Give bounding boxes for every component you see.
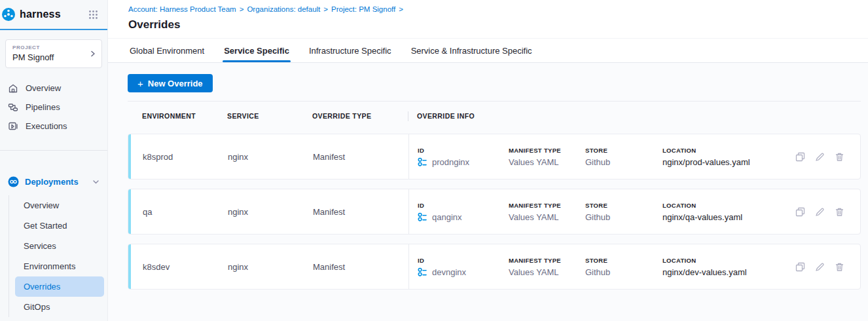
clone-icon[interactable] xyxy=(795,262,805,272)
location-label: LOCATION xyxy=(662,257,790,264)
sidebar: harness PROJECT PM Signoff Overview xyxy=(0,0,108,321)
id-icon xyxy=(418,267,427,277)
project-selector[interactable]: PROJECT PM Signoff xyxy=(5,39,102,68)
project-label: PROJECT xyxy=(12,45,87,50)
store-label: STORE xyxy=(585,257,662,264)
edit-icon[interactable] xyxy=(815,262,825,272)
submenu-item-label: Services xyxy=(24,241,56,251)
column-header-environment: ENVIRONMENT xyxy=(142,112,227,120)
sidebar-item-deployments-overview[interactable]: Overview xyxy=(9,195,107,216)
page-title: Overrides xyxy=(128,18,868,31)
id-icon xyxy=(418,157,427,167)
override-info: ID devnginx MANIFEST TYPE Values YAML xyxy=(408,244,860,289)
manifest-type-label: MANIFEST TYPE xyxy=(509,147,585,154)
info-manifest-type: MANIFEST TYPE Values YAML xyxy=(509,202,585,222)
location-value: nginx/qa-values.yaml xyxy=(662,212,790,222)
sidebar-item-overview[interactable]: Overview xyxy=(0,79,107,98)
row-environment: k8sdev xyxy=(143,262,228,272)
sidebar-module-deployments[interactable]: Deployments xyxy=(0,170,107,193)
info-id: ID devnginx xyxy=(418,257,509,277)
tab-service-specific[interactable]: Service Specific xyxy=(224,39,289,62)
breadcrumb-separator: > xyxy=(399,5,403,13)
sidebar-item-environments[interactable]: Environments xyxy=(9,256,107,276)
info-store: STORE Github xyxy=(585,147,662,167)
row-accent-bar xyxy=(128,189,131,234)
clone-icon[interactable] xyxy=(795,207,805,217)
tab-service-and-infrastructure-specific[interactable]: Service & Infrastructure Specific xyxy=(411,39,532,62)
breadcrumb-org[interactable]: Organizations: default xyxy=(247,5,320,13)
sidebar-item-get-started[interactable]: Get Started xyxy=(9,216,107,236)
breadcrumb: Account: Harness Product Team > Organiza… xyxy=(128,5,868,13)
clone-icon[interactable] xyxy=(795,152,805,162)
override-row-k8sdev[interactable]: k8sdev nginx Manifest ID devnginx xyxy=(128,244,861,290)
submenu-item-label: GitOps xyxy=(24,302,50,312)
row-actions xyxy=(795,207,844,217)
page-header: Account: Harness Product Team > Organiza… xyxy=(108,0,868,38)
info-location: LOCATION nginx/dev-values.yaml xyxy=(662,257,790,277)
location-label: LOCATION xyxy=(662,147,790,154)
content-divider xyxy=(128,101,861,102)
delete-icon[interactable] xyxy=(835,262,844,272)
tab-global-environment[interactable]: Global Environment xyxy=(130,39,204,62)
pipelines-icon xyxy=(8,102,18,113)
chevron-right-icon xyxy=(90,50,96,57)
sidebar-item-gitops[interactable]: GitOps xyxy=(9,297,107,317)
id-value: devnginx xyxy=(432,267,466,277)
sidebar-item-overrides[interactable]: Overrides xyxy=(15,276,104,297)
edit-icon[interactable] xyxy=(815,207,825,217)
harness-logo-text: harness xyxy=(20,9,61,20)
row-override-type: Manifest xyxy=(313,152,408,162)
row-actions xyxy=(795,262,844,272)
sidebar-item-pipelines[interactable]: Pipelines xyxy=(0,98,107,117)
submenu-item-label: Overview xyxy=(24,200,59,210)
logo-row: harness xyxy=(0,0,107,30)
store-value: Github xyxy=(585,157,662,167)
sidebar-item-label: Executions xyxy=(26,121,67,131)
id-icon xyxy=(418,212,427,222)
chevron-down-icon xyxy=(92,178,99,185)
submenu-item-label: Overrides xyxy=(24,282,60,292)
store-label: STORE xyxy=(585,202,662,209)
breadcrumb-separator: > xyxy=(323,5,328,13)
submenu-item-label: Get Started xyxy=(24,221,67,231)
override-row-k8sprod[interactable]: k8sprod nginx Manifest ID prodnginx xyxy=(128,134,861,179)
override-row-qa[interactable]: qa nginx Manifest ID qanginx xyxy=(128,189,861,235)
row-accent-bar xyxy=(128,134,131,179)
sidebar-nav: Overview Pipelines Executions xyxy=(0,79,107,136)
row-environment: qa xyxy=(143,207,228,217)
sidebar-item-services[interactable]: Services xyxy=(9,236,107,256)
override-info: ID prodnginx MANIFEST TYPE Values YAML xyxy=(408,134,860,179)
harness-logo[interactable]: harness xyxy=(1,7,61,22)
column-header-override-type: OVERRIDE TYPE xyxy=(312,112,408,120)
id-label: ID xyxy=(418,202,509,209)
new-override-button[interactable]: + New Override xyxy=(128,74,213,92)
manifest-type-label: MANIFEST TYPE xyxy=(509,202,585,209)
sidebar-divider xyxy=(0,150,107,151)
row-environment: k8sprod xyxy=(143,152,228,162)
manifest-type-value: Values YAML xyxy=(509,267,585,277)
delete-icon[interactable] xyxy=(835,207,844,217)
tab-infrastructure-specific[interactable]: Infrastructure Specific xyxy=(309,39,391,62)
location-label: LOCATION xyxy=(662,202,790,209)
row-accent-bar xyxy=(128,244,131,289)
info-store: STORE Github xyxy=(585,257,662,277)
delete-icon[interactable] xyxy=(835,152,844,162)
breadcrumb-account[interactable]: Account: Harness Product Team xyxy=(128,5,236,13)
info-store: STORE Github xyxy=(585,202,662,222)
sidebar-item-executions[interactable]: Executions xyxy=(0,117,107,136)
store-label: STORE xyxy=(585,147,662,154)
store-value: Github xyxy=(585,212,662,222)
row-override-type: Manifest xyxy=(313,207,408,217)
harness-logo-icon xyxy=(1,7,17,22)
manifest-type-value: Values YAML xyxy=(509,157,585,167)
home-icon xyxy=(8,83,18,94)
row-service: nginx xyxy=(228,207,313,217)
row-override-type: Manifest xyxy=(313,262,408,272)
module-grid-icon[interactable] xyxy=(88,10,98,20)
edit-icon[interactable] xyxy=(815,152,825,162)
project-name: PM Signoff xyxy=(12,52,87,62)
breadcrumb-project[interactable]: Project: PM Signoff xyxy=(331,5,395,13)
breadcrumb-separator: > xyxy=(240,5,244,13)
info-id: ID prodnginx xyxy=(418,147,509,167)
id-value: prodnginx xyxy=(432,157,469,167)
